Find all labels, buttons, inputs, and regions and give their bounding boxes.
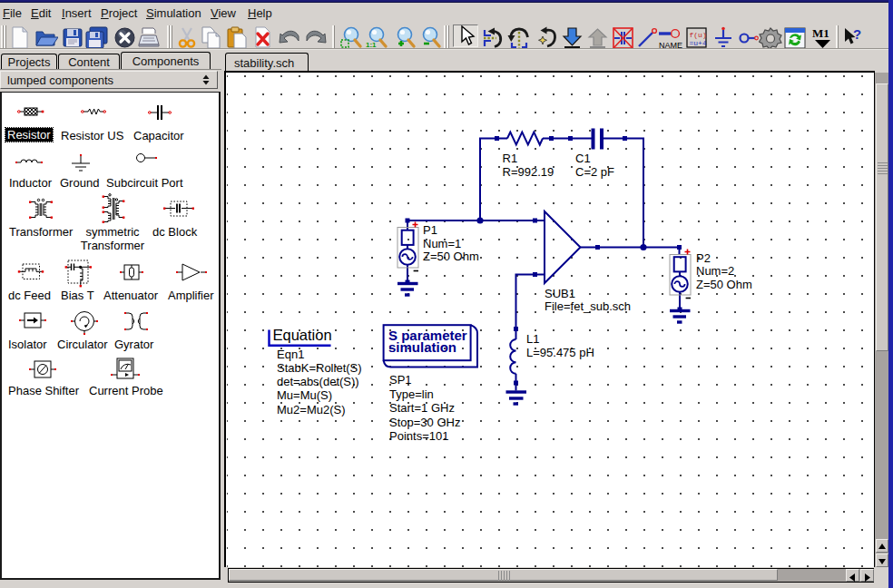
svg-text:Equation: Equation [273, 327, 332, 343]
svg-text:=u+4: =u+4 [690, 39, 707, 47]
svg-text:Type=lin: Type=lin [389, 387, 434, 401]
svg-text:Z=50 Ohm: Z=50 Ohm [423, 250, 479, 263]
svg-text:File=fet_sub.sch: File=fet_sub.sch [545, 299, 631, 313]
svg-text:C=2 pF: C=2 pF [575, 165, 614, 179]
svg-text:f(u): f(u) [690, 31, 707, 39]
svg-text:L=95.475 pH: L=95.475 pH [526, 346, 594, 359]
svg-text:Num=1: Num=1 [423, 237, 461, 250]
svg-text:M1: M1 [812, 26, 829, 40]
svg-text:R1: R1 [503, 152, 518, 165]
svg-text:R=992.19: R=992.19 [503, 165, 554, 179]
svg-text:Z=50 Ohm: Z=50 Ohm [696, 278, 752, 291]
svg-text:Stop=30 GHz: Stop=30 GHz [389, 416, 460, 429]
svg-text:C1: C1 [575, 152, 591, 165]
svg-text:Points=101: Points=101 [389, 429, 448, 443]
svg-text:?: ? [853, 26, 861, 42]
svg-text:Mu2=Mu2(S): Mu2=Mu2(S) [277, 403, 346, 416]
svg-text:Start=1 GHz: Start=1 GHz [389, 401, 455, 415]
svg-text:simulation: simulation [388, 339, 456, 355]
svg-text:det=abs(det(S)): det=abs(det(S)) [277, 375, 359, 388]
svg-text:L1: L1 [526, 332, 539, 346]
svg-text:P1: P1 [423, 223, 437, 237]
svg-text:Mu=Mu(S): Mu=Mu(S) [277, 388, 332, 402]
svg-text:P2: P2 [696, 251, 711, 265]
svg-text:SP1: SP1 [389, 373, 412, 387]
svg-text:Eqn1: Eqn1 [277, 348, 304, 361]
svg-text:StabK=Rollet(S): StabK=Rollet(S) [277, 361, 362, 375]
svg-text:SUB1: SUB1 [545, 287, 575, 300]
svg-text:Num=2: Num=2 [696, 264, 734, 278]
